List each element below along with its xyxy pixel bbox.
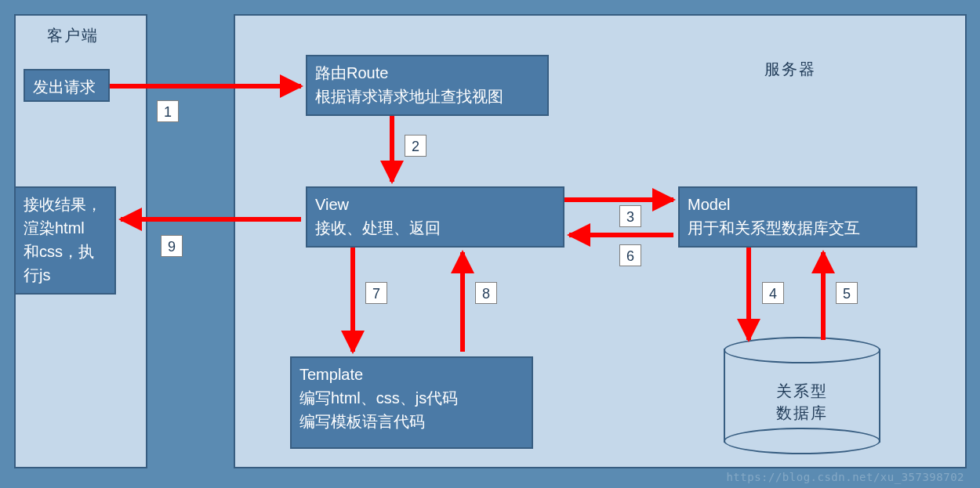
box-route-line1: 路由Route (315, 61, 539, 85)
box-model-line1: Model (688, 193, 908, 216)
box-result-line1: 接收结果， (24, 193, 107, 216)
box-route: 路由Route 根据请求请求地址查找视图 (306, 55, 549, 116)
box-model-line2: 用于和关系型数据库交互 (688, 216, 908, 240)
step-7: 7 (365, 282, 387, 304)
box-template-line2: 编写html、css、js代码 (299, 386, 524, 410)
db-cylinder: 关系型 数据库 (724, 337, 880, 454)
db-label-line1: 关系型 (724, 380, 880, 402)
box-result: 接收结果， 渲染html 和css，执 行js (14, 186, 116, 295)
box-request: 发出请求 (24, 69, 110, 102)
watermark: https://blog.csdn.net/xu_357398702 (726, 471, 964, 483)
step-9: 9 (161, 235, 183, 257)
box-template: Template 编写html、css、js代码 编写模板语言代码 (290, 356, 533, 449)
box-model: Model 用于和关系型数据库交互 (678, 186, 917, 248)
step-4: 4 (762, 282, 784, 304)
server-panel-title: 服务器 (764, 59, 816, 80)
step-1: 1 (157, 100, 179, 122)
client-panel-title: 客户端 (47, 25, 99, 46)
step-2: 2 (405, 135, 426, 157)
step-6: 6 (619, 244, 641, 266)
box-request-label: 发出请求 (33, 75, 100, 99)
box-view: View 接收、处理、返回 (306, 186, 564, 248)
box-view-line1: View (315, 193, 555, 216)
box-template-line1: Template (299, 363, 524, 386)
box-view-line2: 接收、处理、返回 (315, 216, 555, 240)
box-result-line4: 行js (24, 263, 107, 287)
box-template-line3: 编写模板语言代码 (299, 410, 524, 433)
db-label-line2: 数据库 (724, 402, 880, 424)
step-5: 5 (836, 282, 858, 304)
box-result-line3: 和css，执 (24, 240, 107, 263)
step-8: 8 (475, 282, 497, 304)
box-route-line2: 根据请求请求地址查找视图 (315, 85, 539, 108)
step-3: 3 (619, 205, 641, 227)
box-result-line2: 渲染html (24, 216, 107, 240)
